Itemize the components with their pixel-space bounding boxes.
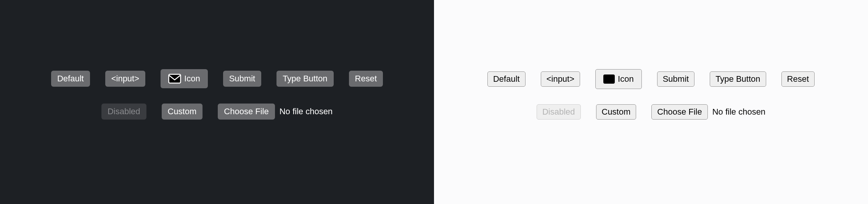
submit-button[interactable]: Submit [657,71,694,87]
file-status-text: No file chosen [280,107,333,117]
input-button[interactable]: <input> [541,71,580,87]
icon-button[interactable]: Icon [595,69,642,89]
file-status-text: No file chosen [712,107,765,117]
icon-button-label: Icon [184,74,200,84]
dark-theme-panel: Default <input> Icon Submit Type Button … [0,0,434,204]
custom-button[interactable]: Custom [162,104,203,120]
default-button[interactable]: Default [51,71,90,87]
button-row-1: Default <input> Icon Submit Type Button … [51,69,383,88]
block-icon [603,74,615,84]
svg-rect-1 [603,74,615,84]
light-theme-panel: Default <input> Icon Submit Type Button … [434,0,868,204]
submit-button[interactable]: Submit [223,71,261,87]
input-button[interactable]: <input> [105,71,145,87]
disabled-button: Disabled [537,104,581,120]
disabled-button: Disabled [101,104,146,120]
button-row-1: Default <input> Icon Submit Type Button … [487,69,815,89]
choose-file-button[interactable]: Choose File [651,104,707,120]
icon-button-label: Icon [618,74,634,84]
choose-file-button[interactable]: Choose File [218,104,275,120]
default-button[interactable]: Default [487,71,526,87]
custom-button[interactable]: Custom [596,104,637,120]
reset-button[interactable]: Reset [781,71,815,87]
reset-button[interactable]: Reset [349,71,383,87]
envelope-icon [168,74,181,84]
icon-button[interactable]: Icon [161,69,208,88]
svg-rect-0 [169,74,181,83]
type-button[interactable]: Type Button [710,71,766,87]
button-row-2: Disabled Custom Choose File No file chos… [537,104,765,120]
button-row-2: Disabled Custom Choose File No file chos… [101,104,333,120]
type-button[interactable]: Type Button [276,71,333,87]
